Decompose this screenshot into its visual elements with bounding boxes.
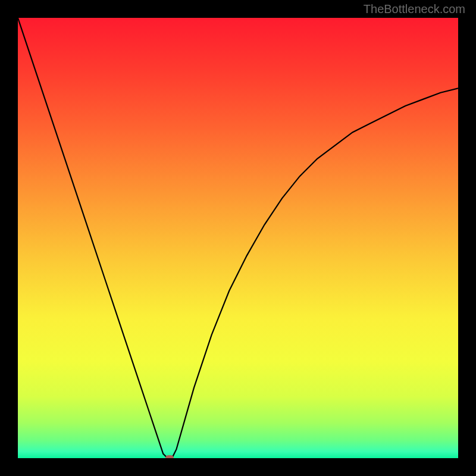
watermark-text: TheBottleneck.com [364,2,465,16]
chart-svg [18,18,458,458]
chart-plot-area [18,18,458,458]
chart-background-gradient [18,18,458,458]
optimal-point-marker [165,455,174,458]
